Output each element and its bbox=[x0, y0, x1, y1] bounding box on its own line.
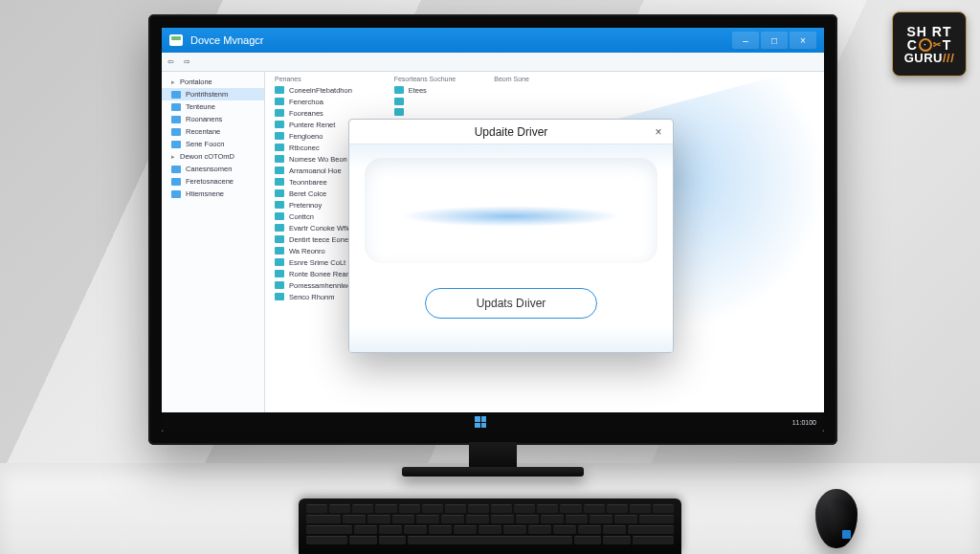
dialog-title: Updaite Driver bbox=[475, 125, 548, 139]
folder-icon bbox=[275, 247, 284, 255]
folder-icon bbox=[171, 141, 181, 148]
folder-icon bbox=[171, 128, 181, 136]
folder-icon bbox=[394, 108, 404, 116]
list-item[interactable]: Pretennoy bbox=[275, 199, 356, 211]
sidebar-item[interactable]: Recentane bbox=[162, 125, 264, 138]
list-item[interactable]: Arramoanol Hoe bbox=[275, 165, 356, 176]
folder-icon bbox=[275, 224, 284, 232]
folder-icon bbox=[275, 144, 284, 151]
list-item[interactable]: Fenerchoa bbox=[275, 96, 356, 107]
folder-icon bbox=[171, 178, 181, 186]
folder-icon bbox=[171, 190, 181, 198]
folder-icon bbox=[275, 258, 284, 266]
minimize-button[interactable]: – bbox=[732, 32, 759, 49]
list-item[interactable]: Beret Coice bbox=[275, 188, 356, 199]
list-item[interactable] bbox=[394, 96, 457, 106]
brand-line3: GURU/// bbox=[904, 52, 955, 64]
drive-icon bbox=[169, 34, 183, 46]
sidebar-item[interactable]: Sene Foocn bbox=[162, 138, 264, 150]
sidebar-item[interactable]: Canesnsomen bbox=[162, 163, 264, 175]
column-header: Beom Sone bbox=[494, 76, 529, 84]
folder-icon bbox=[275, 293, 284, 300]
close-button[interactable]: × bbox=[790, 32, 816, 49]
folder-icon bbox=[275, 109, 284, 117]
taskbar[interactable]: 11:0100 bbox=[162, 412, 824, 432]
sidebar-group[interactable]: ▸Dewon cOTOmD bbox=[162, 150, 264, 163]
sidebar: ▸PontalonePontrihstenmTenteuneRoonanensR… bbox=[162, 72, 265, 418]
folder-icon bbox=[275, 235, 284, 243]
list-item[interactable]: Ronte Bonee Reare bbox=[275, 268, 356, 279]
dialog-illustration bbox=[365, 158, 657, 263]
brand-watermark: SH RT C·✂T GURU/// bbox=[892, 11, 967, 77]
folder-icon bbox=[171, 103, 181, 111]
window-titlebar[interactable]: Dovce Mvnagcr – □ × bbox=[162, 28, 824, 53]
sidebar-group[interactable]: ▸Pontalone bbox=[162, 76, 264, 88]
scissors-icon: ✂ bbox=[933, 40, 942, 50]
dialog-close-icon[interactable]: × bbox=[650, 123, 667, 141]
list-item[interactable]: Fengloeno bbox=[275, 130, 356, 142]
folder-icon bbox=[275, 281, 284, 289]
dialog-titlebar[interactable]: Updaite Driver × bbox=[349, 120, 673, 144]
list-item[interactable]: Teonnbaree bbox=[275, 176, 356, 188]
folder-icon bbox=[275, 189, 284, 197]
list-item[interactable]: Senco Rhonm bbox=[275, 291, 356, 302]
update-driver-button[interactable]: Updats Dıiver bbox=[425, 288, 597, 319]
list-item[interactable]: Wa Reonro bbox=[275, 245, 356, 256]
brand-line2: C·✂T bbox=[907, 38, 952, 52]
list-item[interactable]: Fooreanes bbox=[275, 107, 356, 119]
keyboard bbox=[299, 499, 681, 554]
folder-icon bbox=[275, 98, 284, 105]
sidebar-item[interactable]: Tenteune bbox=[162, 100, 264, 113]
screen: Dovce Mvnagcr – □ × ⇦ ⇨ ▸PontalonePontri… bbox=[162, 28, 824, 432]
sidebar-item[interactable]: Pontrihstenm bbox=[162, 88, 264, 100]
folder-icon bbox=[275, 166, 284, 174]
folder-icon bbox=[171, 91, 181, 99]
toolbar-forward-icon[interactable]: ⇨ bbox=[184, 57, 190, 66]
list-item[interactable]: Puntere Renet bbox=[275, 119, 356, 130]
folder-icon bbox=[275, 155, 284, 163]
toolbar-back-icon[interactable]: ⇦ bbox=[167, 57, 174, 66]
monitor-base bbox=[402, 467, 584, 476]
folder-icon bbox=[394, 86, 404, 94]
windows-start-icon[interactable] bbox=[475, 416, 486, 428]
list-item[interactable]: Evartr Conoke Wflo bbox=[275, 222, 356, 233]
folder-icon bbox=[171, 166, 181, 173]
folder-icon bbox=[275, 86, 284, 94]
list-item[interactable]: Rtbconec bbox=[275, 142, 356, 153]
monitor-frame: Dovce Mvnagcr – □ × ⇦ ⇨ ▸PontalonePontri… bbox=[148, 14, 837, 445]
update-driver-dialog: Updaite Driver × Updats Dıiver bbox=[348, 119, 674, 353]
folder-icon bbox=[275, 132, 284, 140]
folder-icon bbox=[275, 270, 284, 277]
list-item[interactable]: Esnre Srime CoLt bbox=[275, 256, 356, 268]
window-title: Dovce Mvnagcr bbox=[190, 34, 263, 46]
folder-icon bbox=[275, 201, 284, 209]
brand-line1: SH RT bbox=[907, 25, 952, 38]
list-item[interactable]: Conttcn bbox=[275, 211, 356, 222]
list-item[interactable] bbox=[394, 106, 457, 117]
folder-icon bbox=[394, 98, 404, 105]
list-item[interactable]: Pomessamhennlwon bbox=[275, 279, 356, 291]
toolbar: ⇦ ⇨ bbox=[162, 53, 824, 72]
list-item[interactable]: Nomese Wo Beon bbox=[275, 153, 356, 165]
folder-icon bbox=[171, 116, 181, 123]
sidebar-item[interactable]: Htiemsnene bbox=[162, 188, 264, 200]
taskbar-time: 11:0100 bbox=[792, 419, 816, 426]
sidebar-item[interactable]: Feretosnacene bbox=[162, 175, 264, 188]
list-item[interactable]: Etees bbox=[394, 84, 457, 96]
list-item[interactable]: ConeeinFtebatdhon bbox=[275, 84, 356, 96]
folder-icon bbox=[275, 178, 284, 186]
list-item[interactable]: Dentirt teece Eone bbox=[275, 233, 356, 245]
column-header: Fesorteans Sochune bbox=[394, 76, 457, 84]
folder-icon bbox=[275, 121, 284, 128]
maximize-button[interactable]: □ bbox=[761, 32, 788, 49]
target-icon: · bbox=[919, 38, 932, 52]
sidebar-item[interactable]: Roonanens bbox=[162, 113, 264, 125]
column-header: Penanes bbox=[275, 76, 356, 84]
folder-icon bbox=[275, 212, 284, 220]
